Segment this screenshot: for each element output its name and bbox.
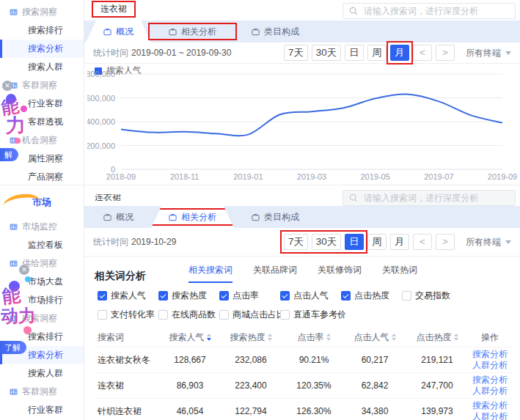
- column-header[interactable]: 点击率: [282, 331, 345, 344]
- folder-chart-icon: [10, 388, 18, 396]
- column-header[interactable]: 搜索人气: [161, 331, 219, 344]
- sidebar-item[interactable]: 搜索分析: [0, 40, 84, 58]
- sidebar-item[interactable]: 市场大盘: [0, 273, 84, 291]
- checkbox-icon[interactable]: [98, 310, 107, 320]
- metric-checkbox[interactable]: 支付转化率: [98, 309, 158, 321]
- range-button[interactable]: 30天: [312, 234, 341, 250]
- sidebar-item[interactable]: 搜索人群: [0, 58, 84, 76]
- metric-checkbox[interactable]: 点击人气: [280, 290, 341, 302]
- range-button[interactable]: 月: [390, 234, 409, 250]
- subtab[interactable]: 相关搜索词: [188, 264, 232, 283]
- checkbox-icon[interactable]: [280, 310, 290, 320]
- checkbox-icon[interactable]: [158, 310, 168, 320]
- sort-icon[interactable]: [454, 334, 458, 341]
- terminal-label: 所有终端: [466, 236, 501, 248]
- next-button[interactable]: >: [436, 234, 455, 250]
- column-header[interactable]: 搜索热度: [219, 331, 282, 344]
- cell-value: 90.21%: [282, 355, 345, 365]
- metric-checkbox[interactable]: 商城点击占比: [219, 309, 280, 321]
- range-button[interactable]: 30天: [312, 45, 341, 61]
- subtab[interactable]: 关联热词: [382, 264, 417, 283]
- sidebar-item[interactable]: 客群透视: [0, 113, 84, 131]
- tab[interactable]: 相关分析: [151, 21, 234, 43]
- metric-checkbox[interactable]: 交易指数: [402, 290, 463, 302]
- range-button[interactable]: 7天: [284, 234, 308, 250]
- search-input[interactable]: [362, 192, 509, 204]
- table-row: 连衣裙女秋冬128,667232,08690.21%60,217219,121搜…: [95, 347, 513, 372]
- tab-label: 类目构成: [264, 26, 299, 38]
- sidebar-item[interactable]: 搜索人群: [0, 364, 84, 383]
- action-link[interactable]: 人群分析: [472, 411, 508, 420]
- column-label: 搜索人气: [169, 331, 205, 344]
- tab[interactable]: 类目构成: [234, 206, 317, 228]
- tab[interactable]: 概况: [86, 21, 151, 43]
- sidebar-item[interactable]: 行业客群: [0, 401, 84, 419]
- tab[interactable]: 类目构成: [234, 21, 317, 43]
- table-row: 针织连衣裙46,054122,794126.30%34,380139,973搜索…: [95, 398, 513, 420]
- panel-search-overview: 搜索洞察搜索排行搜索分析搜索人群客群洞察行业客群客群透视机会洞察属性洞察产品洞察…: [0, 0, 520, 185]
- action-link[interactable]: 人群分析: [472, 386, 508, 397]
- range-button[interactable]: 日: [345, 45, 364, 61]
- close-icon[interactable]: [2, 81, 12, 91]
- checkbox-icon[interactable]: [219, 310, 229, 320]
- sort-icon[interactable]: [392, 334, 396, 341]
- metric-checkbox[interactable]: 直通车参考价: [280, 309, 341, 321]
- cell-value: 232,086: [219, 355, 282, 365]
- subtab[interactable]: 关联品牌词: [253, 264, 297, 283]
- action-link[interactable]: 人群分析: [472, 360, 508, 371]
- cell-value: 139,973: [404, 406, 470, 416]
- sidebar-item[interactable]: 市场排行: [0, 291, 84, 309]
- sidebar-item[interactable]: 监控看板: [0, 236, 84, 254]
- action-link[interactable]: 搜索分析: [472, 349, 508, 360]
- sidebar-item[interactable]: 搜索排行: [0, 21, 84, 40]
- column-header[interactable]: 点击人气: [345, 331, 404, 344]
- checkbox-icon[interactable]: [280, 291, 290, 301]
- chevron-down-icon: [505, 240, 511, 247]
- checkbox-icon[interactable]: [158, 291, 168, 301]
- checkbox-icon[interactable]: [341, 291, 351, 301]
- topbar: 连衣裙: [84, 0, 520, 21]
- search-input[interactable]: [362, 5, 509, 17]
- checkbox-icon[interactable]: [219, 291, 229, 301]
- search-box[interactable]: [343, 190, 516, 206]
- prev-button[interactable]: <: [413, 45, 432, 61]
- promo-badge[interactable]: 了解: [0, 341, 26, 354]
- promo-badge[interactable]: 解: [0, 148, 18, 161]
- tab[interactable]: 概况: [86, 206, 151, 228]
- subtab[interactable]: 关联修饰词: [318, 264, 362, 283]
- metric-checkbox[interactable]: 搜索热度: [158, 290, 219, 302]
- close-icon[interactable]: [19, 265, 29, 275]
- metric-checkbox[interactable]: 搜索人气: [98, 290, 158, 302]
- checkbox-icon[interactable]: [402, 291, 411, 301]
- cell-value: 34,380: [345, 406, 404, 416]
- range-button[interactable]: 周: [367, 234, 387, 250]
- tab-bar: 概况相关分析类目构成: [84, 206, 520, 228]
- range-button[interactable]: 7天: [284, 45, 308, 61]
- terminal-dropdown[interactable]: 所有终端: [466, 47, 511, 59]
- sidebar-group: 搜索洞察: [0, 309, 84, 328]
- sort-icon[interactable]: [268, 334, 272, 341]
- search-icon: [349, 194, 358, 202]
- sort-icon[interactable]: [207, 334, 211, 341]
- range-button[interactable]: 日: [345, 234, 364, 250]
- action-link[interactable]: 搜索分析: [472, 400, 508, 411]
- sort-icon[interactable]: [326, 334, 331, 341]
- main-content: 连衣裙 概况相关分析类目构成 统计时间2019-09-01 ~ 2019-09-…: [84, 0, 520, 185]
- prev-button[interactable]: <: [413, 234, 432, 250]
- checkbox-icon[interactable]: [98, 291, 107, 301]
- sidebar-item[interactable]: 产品洞察: [0, 168, 84, 185]
- column-header[interactable]: 点击热度: [404, 331, 470, 344]
- action-link[interactable]: 搜索分析: [472, 375, 508, 386]
- metric-checkbox[interactable]: 在线商品数: [158, 309, 219, 321]
- range-button[interactable]: 月: [390, 45, 409, 61]
- search-box[interactable]: [343, 3, 516, 19]
- sidebar-item[interactable]: 行业客群: [0, 95, 84, 113]
- range-button[interactable]: 周: [367, 45, 387, 61]
- sidebar-top: 搜索洞察搜索排行搜索分析搜索人群客群洞察行业客群客群透视机会洞察属性洞察产品洞察…: [0, 0, 84, 185]
- next-button[interactable]: >: [436, 45, 455, 61]
- panel-related-analysis: 市场 市场监控监控看板供给洞察市场大盘市场排行搜索洞察搜索排行搜索分析搜索人群客…: [0, 185, 520, 420]
- metric-checkbox[interactable]: 点击热度: [341, 290, 402, 302]
- tab[interactable]: 相关分析: [151, 206, 234, 228]
- terminal-dropdown[interactable]: 所有终端: [466, 236, 511, 248]
- metric-checkbox[interactable]: 点击率: [219, 290, 280, 302]
